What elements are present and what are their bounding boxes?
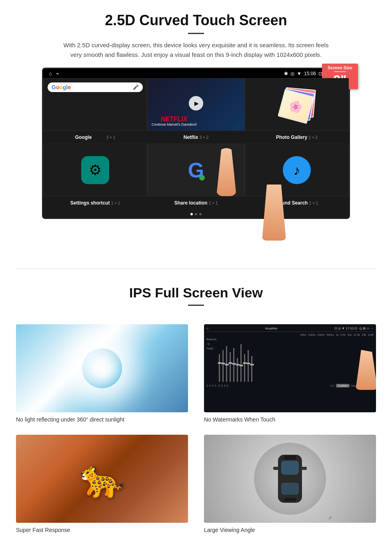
cheetah-visual: 🐆 [16,435,188,523]
google-size-val: 3 × 1 [106,135,116,140]
netflix-logo: NETFLIX [152,116,196,122]
settings-app-cell[interactable]: ⚙ [43,144,147,197]
app-grid-row2: ⚙ G ♪ [43,144,349,197]
photo-gallery-cell[interactable]: 🌸 [245,78,349,131]
amp-prev: ◁◁ [330,384,334,387]
settings-label-row: Settings shortcut 1 × 1 [43,199,147,207]
badge-divider [334,71,346,72]
google-search-bar[interactable]: Google 🎤 [48,82,143,92]
google-app-cell[interactable]: Google 🎤 [43,78,147,131]
eq-bar-5 [233,348,234,382]
feature-cheetah: 🐆 Super Fast Response [16,435,188,533]
flower-icon: 🌸 [287,98,304,115]
sunlight-caption: No light reflecting under 360° direct su… [16,416,188,423]
netflix-play-button[interactable] [189,96,203,110]
home-icon: ⌂ [49,70,52,76]
settings-app-name: Settings shortcut [70,200,110,206]
pagination-dots [43,211,349,218]
hand-pointer [212,148,240,204]
settings-icon: ⚙ [81,156,109,184]
amp-home-icon: ⌂ [206,327,208,330]
mic-icon: 🎤 [133,84,139,90]
eq-numbers: 3400-3000 [206,384,228,387]
hand-shape [216,148,236,196]
cheetah-caption: Super Fast Response [16,527,188,533]
title-divider [188,33,204,34]
dot-3 [199,213,202,215]
labels-row2: Settings shortcut 1 × 1 Share location 1… [43,197,349,211]
netflix-subtitle: Continue Marvel's Daredevil [152,122,196,126]
amplifier-caption: No Watermarks When Touch [204,416,376,423]
google-label: Google 3 × 1 [43,133,147,142]
feature-image-car: ↗ [204,435,376,523]
device-screen: ⌂ ⌁ ✱ ◎ ▼ 15:06 ⊡ ◁) ⊠ ▭ [42,68,350,219]
car-svg [270,447,310,511]
status-bar: ⌂ ⌁ ✱ ◎ ▼ 15:06 ⊡ ◁) ⊠ ▭ [43,69,349,78]
eq-bar-9 [248,350,249,382]
car-art: ↗ [254,443,326,515]
section-divider-hr [16,269,376,269]
feature-car: ↗ Large Viewing Angle [204,435,376,533]
app-grid-row1: Google 🎤 NETFLIX Continue Marvel's Dared… [43,78,349,131]
eq-bar-4 [230,352,231,382]
curved-screen-title: 2.5D Curved Touch Screen [24,12,368,29]
svg-rect-6 [301,467,307,470]
sunlight-visual [16,324,188,412]
car-visual: ↗ [204,435,376,523]
eq-side-labels: Balance ◁) Fader [206,338,374,382]
amp-top-bar: ⌂ Amplifier ⊡ ◎ ▼ 17:33 ⊡ ◁) ⊠ ▭ → [206,327,374,332]
share-app-name: Share location [174,200,208,206]
touch-hand-area [42,221,350,253]
feature-image-cheetah: 🐆 [16,435,188,523]
amplifier-visual: ⌂ Amplifier ⊡ ◎ ▼ 17:33 ⊡ ◁) ⊠ ▭ → 60hz1… [204,324,376,412]
section-curved-screen: 2.5D Curved Touch Screen With 2.5D curve… [0,0,392,261]
badge-label: Screen Size [325,65,355,70]
cheetah-emoji: 🐆 [80,458,124,500]
gallery-label-row: Photo Gallery 2 × 2 [245,133,349,142]
feature-image-sunlight [16,324,188,412]
svg-rect-3 [284,456,296,460]
gallery-app-size: 2 × 2 [308,135,318,140]
google-g-letter: G [188,158,204,182]
photo-stack: 🌸 [279,86,315,122]
amp-hand-touch [356,350,376,390]
feature-sunlight: No light reflecting under 360° direct su… [16,324,188,423]
dot-1 [190,213,193,215]
ips-title-divider [188,305,204,306]
share-content: G [148,144,244,196]
car-circle-bg [254,443,326,515]
touch-hand-body [262,185,286,241]
amp-title: Amplifier [265,327,278,330]
time-display: 15:06 [304,71,316,76]
google-app-size [93,135,106,140]
eq-bars-area [219,338,374,382]
cheetah-art: 🐆 [80,458,124,500]
dot-2 [195,213,197,215]
eq-bar-10 [251,356,252,382]
curved-screen-description: With 2.5D curved-display screen, this de… [60,40,332,60]
labels-row1: Google 3 × 1 Netflix 3 × 2 Photo Gallery… [43,131,349,144]
status-left: ⌂ ⌁ [49,70,59,76]
share-app-cell[interactable]: G [147,144,245,197]
angle-arrows: ↗ [328,515,332,521]
feature-amplifier: ⌂ Amplifier ⊡ ◎ ▼ 17:33 ⊡ ◁) ⊠ ▭ → 60hz1… [204,324,376,423]
eq-left-labels: Balance ◁) Fader [206,338,216,382]
touch-hand-outer [254,185,294,253]
sound-app-size: 1 × 1 [309,201,318,205]
svg-rect-2 [281,483,299,495]
car-caption: Large Viewing Angle [204,527,376,533]
eq-bar-1 [219,354,220,382]
google-app-name: Google [75,134,92,140]
feature-image-amplifier: ⌂ Amplifier ⊡ ◎ ▼ 17:33 ⊡ ◁) ⊠ ▭ → 60hz1… [204,324,376,412]
eq-bar-6 [237,358,238,382]
amp-icons: ⊡ ◎ ▼ 17:33 ⊡ ◁) ⊠ ▭ → [334,327,374,330]
amp-bottom-bar: 3400-3000 ◁◁ Custom loudness [206,383,374,387]
svg-rect-5 [273,467,279,470]
eq-freq-labels: 60hz100hz200hz500hz1k2.5k10k12.5k15kSUB [206,333,374,336]
eq-bar-7 [240,344,242,382]
eq-bar-3 [226,346,227,382]
device-mockup: Screen Size 9" ⌂ ⌁ ✱ ◎ ▼ 15:06 ⊡ ◁) ⊠ [42,68,350,219]
netflix-app-size: 3 × 2 [200,135,209,140]
section-ips: IPS Full Screen View [0,277,392,316]
netflix-app-cell[interactable]: NETFLIX Continue Marvel's Daredevil [147,78,245,131]
